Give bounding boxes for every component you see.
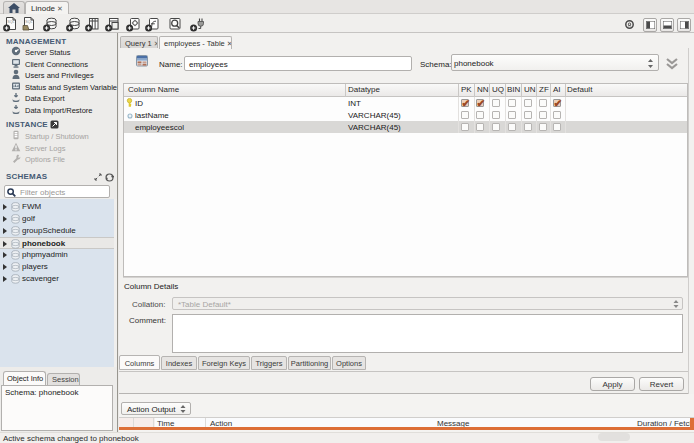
svg-text:SQL: SQL bbox=[7, 20, 14, 24]
svg-text:SQL: SQL bbox=[25, 20, 32, 24]
